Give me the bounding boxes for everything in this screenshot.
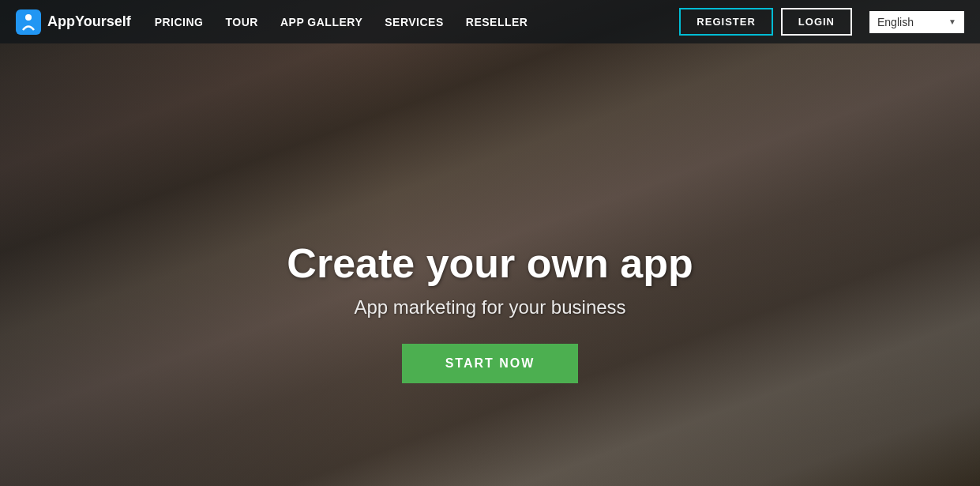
hero-content: Create your own app App marketing for yo… [0,239,980,383]
start-now-button[interactable]: START NOW [402,344,579,383]
nav-actions: REGISTER LOGIN English ▼ [679,8,964,36]
login-button[interactable]: LOGIN [781,8,852,36]
chevron-down-icon: ▼ [948,17,956,26]
nav-services[interactable]: SERVICES [385,16,444,28]
language-selector[interactable]: English ▼ [869,11,964,33]
logo-link[interactable]: AppYourself [16,9,131,35]
logo-icon [16,9,41,35]
hero-subtitle: App marketing for your business [354,296,625,318]
logo-text: AppYourself [47,13,131,30]
nav-app-gallery[interactable]: APP GALLERY [280,16,362,28]
hero-title: Create your own app [287,239,693,287]
nav-tour[interactable]: TOUR [226,16,258,28]
nav-links: PRICING TOUR APP GALLERY SERVICES RESELL… [155,16,680,28]
language-label: English [877,16,914,28]
navbar: AppYourself PRICING TOUR APP GALLERY SER… [0,0,980,43]
nav-pricing[interactable]: PRICING [155,16,204,28]
nav-reseller[interactable]: RESELLER [466,16,528,28]
register-button[interactable]: REGISTER [679,8,772,36]
svg-point-0 [25,14,32,21]
